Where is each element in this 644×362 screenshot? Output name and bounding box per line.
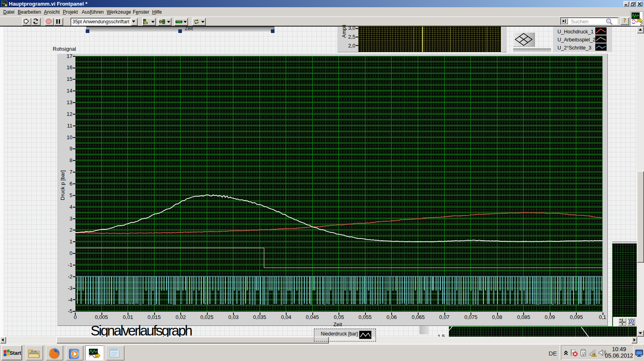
svg-text:2: 2	[640, 21, 643, 26]
